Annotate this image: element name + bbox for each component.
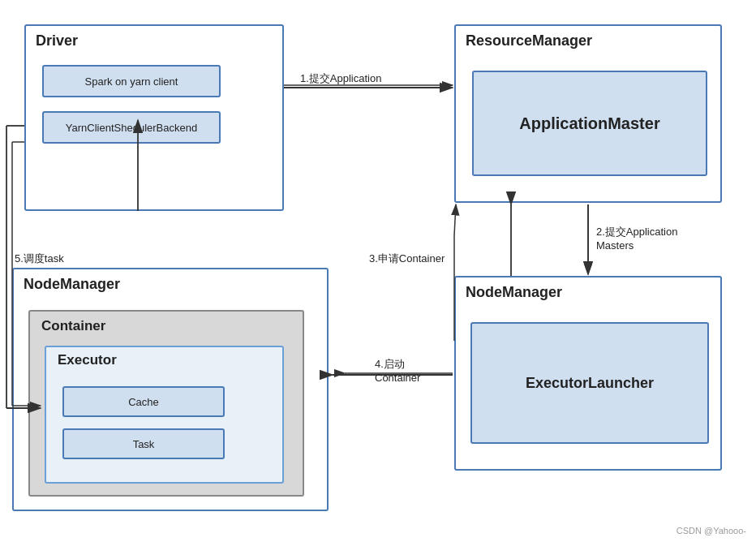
- resource-manager-label: ResourceManager: [466, 32, 592, 49]
- arrow5-label: 5.调度task: [15, 252, 64, 266]
- driver-label: Driver: [36, 32, 78, 49]
- arrow4-label-2: Container: [375, 372, 420, 384]
- nodemanager-right-box: NodeManager ExecutorLauncher: [454, 276, 722, 471]
- arrow2-label: 2.提交Application Masters: [596, 226, 710, 253]
- app-master-label: ApplicationMaster: [519, 114, 659, 133]
- task-box: Task: [62, 428, 225, 459]
- executor-box: Executor Cache Task: [45, 346, 284, 484]
- cache-box: Cache: [62, 386, 225, 417]
- executor-launcher-box: ExecutorLauncher: [470, 322, 709, 444]
- watermark: CSDN @Yahooo-: [677, 526, 746, 536]
- svg-line-5: [454, 204, 456, 235]
- yarn-backend-label: YarnClientShedulerBackend: [66, 122, 197, 134]
- arrow3-label: 3.申请Container: [369, 252, 445, 266]
- container-box: Container Executor Cache Task: [28, 310, 304, 497]
- yarn-backend-box: YarnClientShedulerBackend: [42, 111, 221, 144]
- app-master-box: ApplicationMaster: [472, 71, 707, 176]
- executor-label: Executor: [58, 352, 117, 368]
- arrow1-label: 1.提交Application: [300, 71, 381, 86]
- nodemanager-right-label: NodeManager: [466, 284, 562, 301]
- task-label: Task: [133, 438, 155, 450]
- spark-client-label: Spark on yarn client: [85, 75, 178, 88]
- container-label: Container: [41, 318, 105, 334]
- nodemanager-left-box: NodeManager Container Executor Cache Tas…: [12, 268, 329, 511]
- cache-label: Cache: [128, 396, 159, 408]
- arrow4-label-1: 4.启动: [375, 357, 405, 372]
- resource-manager-box: ResourceManager ApplicationMaster: [454, 24, 722, 203]
- spark-client-box: Spark on yarn client: [42, 65, 221, 97]
- driver-box: Driver Spark on yarn client YarnClientSh…: [24, 24, 284, 211]
- executor-launcher-label: ExecutorLauncher: [526, 375, 654, 392]
- nodemanager-left-label: NodeManager: [24, 276, 120, 293]
